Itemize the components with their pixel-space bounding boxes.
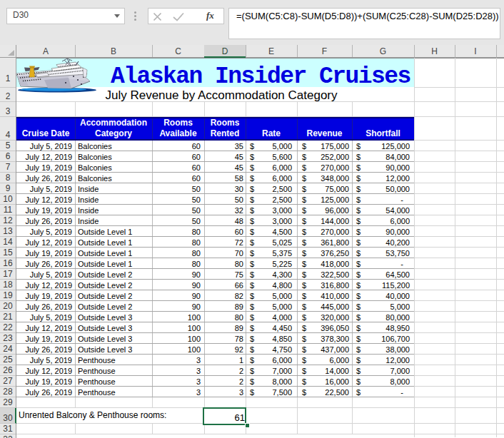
svg-text:fx: fx: [206, 10, 214, 21]
